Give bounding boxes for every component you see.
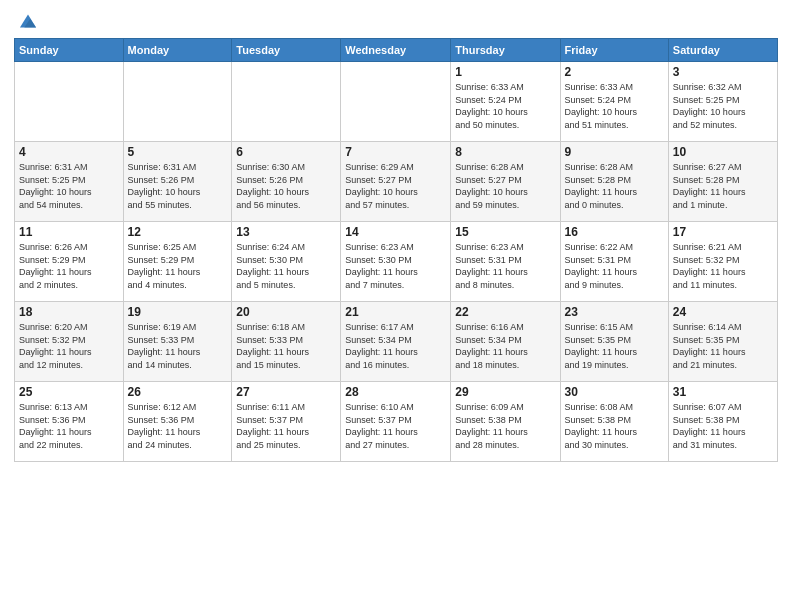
day-info: Sunrise: 6:17 AMSunset: 5:34 PMDaylight:… [345,321,446,371]
day-number: 15 [455,225,555,239]
sunset-text: Sunset: 5:25 PM [673,95,740,105]
daylight-text: and 59 minutes. [455,200,519,210]
daylight-text: and 8 minutes. [455,280,514,290]
sunset-text: Sunset: 5:29 PM [19,255,86,265]
daylight-text: Daylight: 11 hours [565,267,638,277]
daylight-text: and 15 minutes. [236,360,300,370]
calendar-cell: 6Sunrise: 6:30 AMSunset: 5:26 PMDaylight… [232,142,341,222]
day-number: 6 [236,145,336,159]
sunrise-text: Sunrise: 6:18 AM [236,322,305,332]
sunrise-text: Sunrise: 6:30 AM [236,162,305,172]
day-number: 10 [673,145,773,159]
day-info: Sunrise: 6:19 AMSunset: 5:33 PMDaylight:… [128,321,228,371]
daylight-text: and 19 minutes. [565,360,629,370]
sunrise-text: Sunrise: 6:14 AM [673,322,742,332]
daylight-text: Daylight: 11 hours [19,427,92,437]
calendar-cell: 5Sunrise: 6:31 AMSunset: 5:26 PMDaylight… [123,142,232,222]
day-number: 20 [236,305,336,319]
sunrise-text: Sunrise: 6:19 AM [128,322,197,332]
sunrise-text: Sunrise: 6:33 AM [565,82,634,92]
sunset-text: Sunset: 5:28 PM [673,175,740,185]
col-header-sunday: Sunday [15,39,124,62]
sunrise-text: Sunrise: 6:20 AM [19,322,88,332]
calendar-cell [341,62,451,142]
sunset-text: Sunset: 5:24 PM [455,95,522,105]
col-header-thursday: Thursday [451,39,560,62]
calendar-cell: 4Sunrise: 6:31 AMSunset: 5:25 PMDaylight… [15,142,124,222]
day-info: Sunrise: 6:30 AMSunset: 5:26 PMDaylight:… [236,161,336,211]
day-info: Sunrise: 6:29 AMSunset: 5:27 PMDaylight:… [345,161,446,211]
daylight-text: and 18 minutes. [455,360,519,370]
daylight-text: Daylight: 11 hours [673,187,746,197]
day-number: 3 [673,65,773,79]
daylight-text: and 27 minutes. [345,440,409,450]
daylight-text: and 56 minutes. [236,200,300,210]
day-info: Sunrise: 6:31 AMSunset: 5:25 PMDaylight:… [19,161,119,211]
daylight-text: and 28 minutes. [455,440,519,450]
daylight-text: Daylight: 10 hours [455,187,528,197]
day-number: 12 [128,225,228,239]
sunset-text: Sunset: 5:34 PM [455,335,522,345]
daylight-text: and 21 minutes. [673,360,737,370]
calendar-cell: 18Sunrise: 6:20 AMSunset: 5:32 PMDayligh… [15,302,124,382]
sunset-text: Sunset: 5:24 PM [565,95,632,105]
day-info: Sunrise: 6:13 AMSunset: 5:36 PMDaylight:… [19,401,119,451]
daylight-text: Daylight: 11 hours [128,427,201,437]
day-number: 2 [565,65,664,79]
col-header-monday: Monday [123,39,232,62]
day-info: Sunrise: 6:25 AMSunset: 5:29 PMDaylight:… [128,241,228,291]
daylight-text: Daylight: 11 hours [565,347,638,357]
day-number: 17 [673,225,773,239]
day-number: 26 [128,385,228,399]
sunset-text: Sunset: 5:31 PM [455,255,522,265]
daylight-text: and 1 minute. [673,200,728,210]
daylight-text: Daylight: 11 hours [236,347,309,357]
day-info: Sunrise: 6:33 AMSunset: 5:24 PMDaylight:… [455,81,555,131]
day-info: Sunrise: 6:18 AMSunset: 5:33 PMDaylight:… [236,321,336,371]
sunrise-text: Sunrise: 6:24 AM [236,242,305,252]
daylight-text: Daylight: 10 hours [565,107,638,117]
day-number: 1 [455,65,555,79]
daylight-text: and 16 minutes. [345,360,409,370]
day-info: Sunrise: 6:21 AMSunset: 5:32 PMDaylight:… [673,241,773,291]
daylight-text: Daylight: 11 hours [673,427,746,437]
daylight-text: and 57 minutes. [345,200,409,210]
calendar-cell: 7Sunrise: 6:29 AMSunset: 5:27 PMDaylight… [341,142,451,222]
calendar-cell: 20Sunrise: 6:18 AMSunset: 5:33 PMDayligh… [232,302,341,382]
sunrise-text: Sunrise: 6:32 AM [673,82,742,92]
calendar-cell: 12Sunrise: 6:25 AMSunset: 5:29 PMDayligh… [123,222,232,302]
day-info: Sunrise: 6:15 AMSunset: 5:35 PMDaylight:… [565,321,664,371]
daylight-text: Daylight: 11 hours [673,347,746,357]
sunrise-text: Sunrise: 6:33 AM [455,82,524,92]
daylight-text: and 14 minutes. [128,360,192,370]
day-number: 7 [345,145,446,159]
sunset-text: Sunset: 5:35 PM [565,335,632,345]
calendar-cell: 25Sunrise: 6:13 AMSunset: 5:36 PMDayligh… [15,382,124,462]
sunset-text: Sunset: 5:27 PM [345,175,412,185]
day-number: 11 [19,225,119,239]
day-info: Sunrise: 6:23 AMSunset: 5:30 PMDaylight:… [345,241,446,291]
day-number: 14 [345,225,446,239]
daylight-text: Daylight: 11 hours [455,427,528,437]
sunset-text: Sunset: 5:26 PM [128,175,195,185]
day-number: 22 [455,305,555,319]
daylight-text: Daylight: 11 hours [19,267,92,277]
daylight-text: Daylight: 11 hours [345,267,418,277]
day-number: 16 [565,225,664,239]
daylight-text: and 5 minutes. [236,280,295,290]
daylight-text: Daylight: 10 hours [673,107,746,117]
daylight-text: and 55 minutes. [128,200,192,210]
sunrise-text: Sunrise: 6:23 AM [345,242,414,252]
daylight-text: Daylight: 10 hours [128,187,201,197]
calendar-cell: 8Sunrise: 6:28 AMSunset: 5:27 PMDaylight… [451,142,560,222]
calendar-week-2: 4Sunrise: 6:31 AMSunset: 5:25 PMDaylight… [15,142,778,222]
sunset-text: Sunset: 5:32 PM [19,335,86,345]
daylight-text: and 22 minutes. [19,440,83,450]
daylight-text: Daylight: 11 hours [19,347,92,357]
daylight-text: Daylight: 10 hours [345,187,418,197]
sunset-text: Sunset: 5:35 PM [673,335,740,345]
sunrise-text: Sunrise: 6:11 AM [236,402,305,412]
sunrise-text: Sunrise: 6:13 AM [19,402,88,412]
day-info: Sunrise: 6:08 AMSunset: 5:38 PMDaylight:… [565,401,664,451]
sunset-text: Sunset: 5:38 PM [455,415,522,425]
